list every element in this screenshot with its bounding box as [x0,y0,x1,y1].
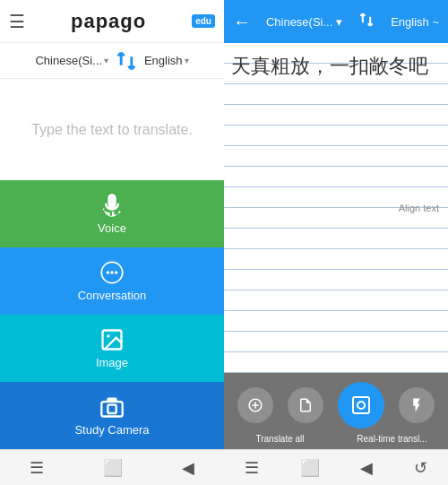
translate-all-label: Translate all [224,434,336,444]
right-source-lang-label: Chinese(Si... [266,15,332,29]
action-buttons: Voice Conversation Image [0,180,224,449]
left-nav-menu-icon[interactable]: ☰ [30,458,44,478]
right-target-lang-select[interactable]: English ~ [391,15,439,29]
left-nav-bar: ☰ ⬜ ◀ [0,449,224,485]
svg-point-3 [115,271,118,274]
capture-translate-button[interactable] [338,382,384,429]
left-lang-bar: Chinese(Si... ▾ English ▾ [0,43,224,79]
conversation-label: Conversation [78,289,147,302]
right-source-lang-chevron: ▾ [336,15,342,29]
realtime-translate-label: Real-time transl... [336,434,448,444]
left-nav-home-icon[interactable]: ⬜ [103,458,123,478]
swap-languages-button[interactable] [114,48,139,74]
right-nav-menu-icon[interactable]: ☰ [245,458,259,478]
source-lang-label: Chinese(Si... [35,54,101,67]
right-swap-button[interactable] [358,11,375,32]
handwriting-text: 天真粗放，一扣敞冬吧 [231,54,441,79]
right-nav-refresh-icon[interactable]: ↺ [414,458,427,478]
left-nav-back-icon[interactable]: ◀ [182,458,194,478]
translation-input-area[interactable]: Type the text to translate. [0,79,224,180]
source-lang-chevron: ▾ [104,56,108,65]
lined-paper: 天真粗放，一扣敞冬吧 Align text [224,43,448,373]
edu-badge: edu [192,14,215,28]
svg-rect-8 [353,397,369,413]
target-lang-select[interactable]: English ▾ [144,54,189,67]
right-target-lang-label: English ~ [391,15,439,29]
right-back-button[interactable]: ← [233,12,251,32]
align-text-label: Align text [399,203,439,213]
right-nav-home-icon[interactable]: ⬜ [300,458,320,478]
hamburger-icon[interactable]: ☰ [9,11,25,32]
target-lang-chevron: ▾ [185,56,189,65]
camera-buttons-row [224,382,448,429]
svg-point-1 [107,271,110,274]
image-label: Image [96,356,128,369]
svg-rect-7 [108,405,116,413]
right-nav-bar: ☰ ⬜ ◀ ↺ [224,449,448,485]
conversation-button[interactable]: Conversation [0,247,224,315]
right-panel: ← Chinese(Si... ▾ English ~ 天真粗放，一扣敞冬吧 A… [224,0,448,485]
right-nav-back-icon[interactable]: ◀ [360,458,373,478]
source-lang-select[interactable]: Chinese(Si... ▾ [35,54,108,67]
camera-labels-row: Translate all Real-time transl... [224,434,448,444]
image-button[interactable]: Image [0,315,224,382]
translation-placeholder: Type the text to translate. [31,122,193,138]
study-camera-button[interactable]: Study Camera [0,382,224,449]
svg-point-2 [110,271,114,274]
crop-button[interactable] [237,387,273,423]
right-source-lang-select[interactable]: Chinese(Si... ▾ [266,15,342,29]
flash-button[interactable] [399,387,435,423]
target-lang-label: English [144,54,183,67]
left-header: ☰ papago edu [0,0,224,43]
right-header: ← Chinese(Si... ▾ English ~ [224,0,448,43]
document-button[interactable] [288,387,323,423]
svg-point-9 [358,402,365,409]
camera-view: 天真粗放，一扣敞冬吧 Align text [224,43,448,373]
left-panel: ☰ papago edu Chinese(Si... ▾ English ▾ T… [0,0,224,485]
app-logo: papago [71,10,146,33]
voice-button[interactable]: Voice [0,180,224,247]
voice-label: Voice [98,221,126,235]
right-camera-controls: Translate all Real-time transl... [224,373,448,449]
svg-point-5 [107,334,110,338]
study-camera-label: Study Camera [74,423,149,437]
